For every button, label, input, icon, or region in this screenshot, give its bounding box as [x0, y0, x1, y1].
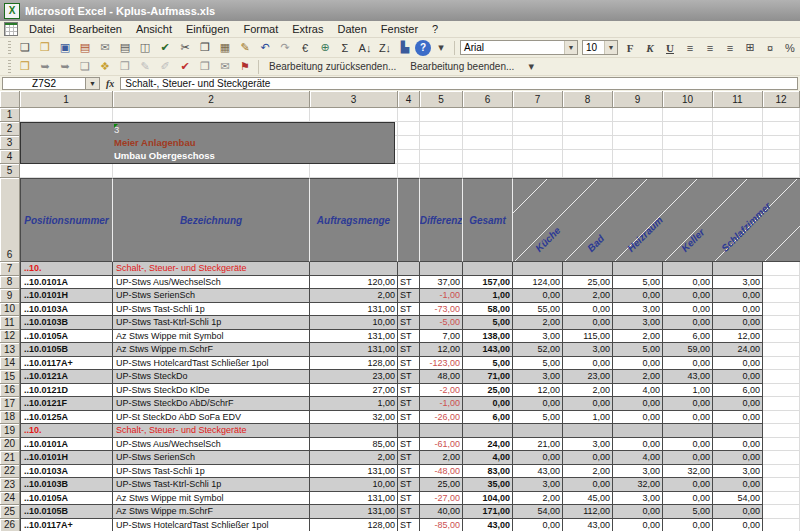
cell-einheit[interactable]: ST — [398, 343, 420, 357]
folder-icon[interactable]: ❒ — [115, 58, 135, 76]
cell-empty[interactable] — [398, 164, 420, 178]
cell-room[interactable]: 0,00 — [613, 357, 663, 371]
cell-room[interactable]: 0,00 — [513, 289, 563, 303]
cell-positionsnummer[interactable]: ..10. — [20, 424, 113, 438]
cell-empty[interactable] — [563, 108, 613, 122]
cell-empty[interactable] — [613, 150, 663, 164]
cell-room[interactable]: 2,00 — [513, 492, 563, 506]
header-bezeichnung[interactable]: Bezeichnung — [113, 178, 310, 262]
cell-bezeichnung[interactable]: Az Stws Wippe m.SchrF — [113, 343, 310, 357]
cell-empty[interactable] — [763, 136, 800, 150]
cell-einheit[interactable] — [398, 262, 420, 276]
cell-gesamt[interactable]: 71,00 — [463, 370, 513, 384]
row-header[interactable]: 18 — [0, 411, 20, 425]
cell-einheit[interactable]: ST — [398, 478, 420, 492]
bold-button[interactable]: F — [620, 39, 640, 57]
chevron-down-icon[interactable]: ▼ — [604, 41, 617, 54]
cell-empty[interactable] — [763, 357, 800, 371]
cell-empty[interactable] — [713, 164, 763, 178]
sort-descending-icon[interactable]: Z↓ — [375, 39, 395, 57]
cell-empty[interactable] — [763, 289, 800, 303]
cell-bezeichnung[interactable]: UP-Stws HotelcardTast Schließer 1pol — [113, 519, 310, 531]
cell-bezeichnung[interactable]: Schalt-, Steuer- und Steckgeräte — [113, 424, 310, 438]
cell-empty[interactable] — [763, 505, 800, 519]
cell-empty[interactable] — [463, 108, 513, 122]
cell-empty[interactable] — [763, 303, 800, 317]
cell-room[interactable]: 5,00 — [613, 276, 663, 290]
currency-button[interactable]: ¤ — [760, 39, 780, 57]
row-header[interactable]: 15 — [0, 370, 20, 384]
mail-icon[interactable]: ✉ — [95, 39, 115, 57]
cell-gesamt[interactable]: 83,00 — [463, 465, 513, 479]
cell-empty[interactable] — [763, 276, 800, 290]
cell-differenz[interactable]: -2,00 — [420, 384, 463, 398]
cell-empty[interactable] — [763, 465, 800, 479]
cell-einheit[interactable]: ST — [398, 505, 420, 519]
copy-icon[interactable]: ❐ — [195, 39, 215, 57]
cell-bezeichnung[interactable]: UP-Stws SteckDo — [113, 370, 310, 384]
redo-icon[interactable]: ↷ — [275, 39, 295, 57]
cell-room[interactable]: 0,00 — [713, 289, 763, 303]
column-header[interactable]: 9 — [613, 91, 663, 108]
header-positionsnummer[interactable]: Positionsnummer — [20, 178, 113, 262]
cell-room[interactable]: 2,00 — [563, 384, 613, 398]
cell-room[interactable]: 43,00 — [513, 465, 563, 479]
cell-positionsnummer[interactable]: ..10.0105B — [20, 505, 113, 519]
cell-empty[interactable] — [420, 136, 463, 150]
cell-room[interactable]: 55,00 — [513, 303, 563, 317]
cell-room[interactable]: 0,00 — [663, 519, 713, 531]
cell-auftragsmenge[interactable] — [310, 262, 398, 276]
cell-gesamt[interactable]: 157,00 — [463, 276, 513, 290]
cell-empty[interactable] — [563, 164, 613, 178]
cell-empty[interactable] — [463, 136, 513, 150]
formula-input[interactable]: Schalt-, Steuer- und Steckgeräte — [120, 77, 798, 90]
cell-room[interactable]: 0,00 — [713, 357, 763, 371]
cell-room[interactable]: 12,00 — [713, 330, 763, 344]
underline-button[interactable]: U — [660, 39, 680, 57]
menu-item[interactable]: Extras — [285, 23, 330, 35]
column-header[interactable]: 2 — [113, 91, 310, 108]
row-header[interactable]: 22 — [0, 465, 20, 479]
toolbar-grip[interactable] — [8, 60, 11, 74]
menu-item[interactable]: Datei — [22, 23, 62, 35]
cell-room[interactable]: 5,00 — [513, 357, 563, 371]
cell-einheit[interactable]: ST — [398, 370, 420, 384]
cell-room[interactable]: 2,00 — [563, 289, 613, 303]
font-size-combo[interactable]: 10 ▼ — [582, 40, 618, 55]
end-review-button[interactable]: Bearbeitung beenden... — [403, 59, 521, 74]
cell-differenz[interactable]: -73,00 — [420, 303, 463, 317]
cell-empty[interactable] — [513, 150, 563, 164]
cell-positionsnummer[interactable]: ..10.0121A — [20, 370, 113, 384]
cell-bezeichnung[interactable]: UP-Stws SteckDo KlDe — [113, 384, 310, 398]
insert-function-icon[interactable]: fx — [100, 78, 120, 89]
cell-room[interactable] — [513, 424, 563, 438]
cell-auftragsmenge[interactable]: 2,00 — [310, 289, 398, 303]
cell-bezeichnung[interactable]: UP-St SteckDo AbD SoFa EDV — [113, 411, 310, 425]
cell-room[interactable]: 0,00 — [513, 397, 563, 411]
cell-bezeichnung[interactable]: Schalt-, Steuer- und Steckgeräte — [113, 262, 310, 276]
cell-room[interactable]: 43,00 — [663, 370, 713, 384]
cell-positionsnummer[interactable]: ..10.0101A — [20, 276, 113, 290]
row-header[interactable]: 25 — [0, 505, 20, 519]
cell-einheit[interactable]: ST — [398, 451, 420, 465]
cell-room[interactable]: 0,00 — [563, 357, 613, 371]
cell-positionsnummer[interactable]: ..10.0103B — [20, 478, 113, 492]
cell-empty[interactable] — [310, 164, 398, 178]
row-header[interactable]: 23 — [0, 478, 20, 492]
cell-room[interactable]: 0,00 — [663, 397, 713, 411]
cell-room[interactable]: 6,00 — [663, 330, 713, 344]
menu-item[interactable]: Daten — [330, 23, 373, 35]
cell-room[interactable]: 0,00 — [713, 505, 763, 519]
row-header[interactable]: 5 — [0, 164, 20, 178]
cell-empty[interactable] — [513, 136, 563, 150]
row-header[interactable]: 7 — [0, 262, 20, 276]
cell-gesamt[interactable]: 25,00 — [463, 384, 513, 398]
cell-room[interactable] — [513, 262, 563, 276]
cell-empty[interactable] — [420, 122, 463, 136]
cell-auftragsmenge[interactable]: 128,00 — [310, 519, 398, 531]
row-header[interactable]: 26 — [0, 519, 20, 531]
cell-room[interactable]: 5,00 — [663, 505, 713, 519]
cell-differenz[interactable] — [420, 424, 463, 438]
cell-differenz[interactable]: -123,00 — [420, 357, 463, 371]
cell-empty[interactable] — [763, 411, 800, 425]
